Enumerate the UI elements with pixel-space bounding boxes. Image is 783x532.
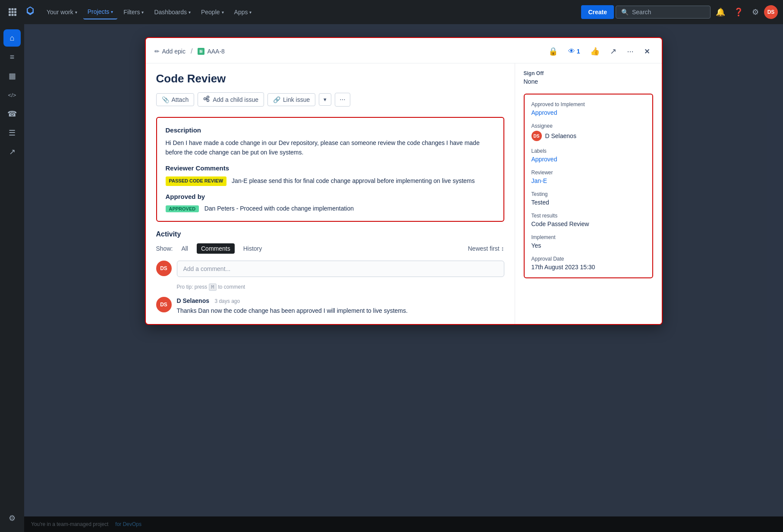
nav-dashboards[interactable]: Dashboards ▾ bbox=[150, 5, 195, 19]
left-panel: Code Review 📎 Attach bbox=[146, 63, 515, 324]
assignee-avatar: DS bbox=[531, 131, 542, 141]
nav-your-work[interactable]: Your work ▾ bbox=[42, 5, 82, 19]
nav-projects[interactable]: Projects ▾ bbox=[83, 5, 118, 19]
sidebar-page-icon[interactable]: ☰ bbox=[3, 124, 21, 142]
field-label-implement: Implement bbox=[531, 234, 645, 240]
toolbar-dropdown-button[interactable]: ▾ bbox=[319, 93, 331, 106]
pro-tip-text: Pro tip: press M to comment bbox=[177, 284, 504, 290]
approved-by-heading: Approved by bbox=[166, 193, 495, 200]
thumbs-up-icon: 👍 bbox=[590, 47, 600, 56]
grid-menu-icon[interactable] bbox=[5, 5, 20, 19]
issue-modal: ✏ Add epic / AAA-8 🔒 👁 bbox=[145, 37, 663, 325]
toolbar-more-button[interactable]: ··· bbox=[335, 93, 350, 107]
edit-icon: ✏ bbox=[154, 48, 160, 55]
field-reviewer: Reviewer Jan-E bbox=[531, 170, 645, 184]
user-avatar[interactable]: DS bbox=[764, 5, 778, 19]
lock-button[interactable]: 🔒 bbox=[545, 45, 561, 58]
sort-button[interactable]: Newest first ↕ bbox=[468, 245, 504, 252]
watch-button[interactable]: 👁 1 bbox=[565, 46, 584, 57]
notifications-icon[interactable]: 🔔 bbox=[712, 4, 729, 20]
svg-rect-4 bbox=[12, 11, 14, 13]
more-actions-button[interactable]: ··· bbox=[623, 45, 637, 58]
field-implement: Implement Yes bbox=[531, 234, 645, 249]
field-approval-date: Approval Date 17th August 2023 15:30 bbox=[531, 256, 645, 271]
svg-rect-2 bbox=[14, 8, 16, 10]
description-box: Description Hi Den I have made a code ch… bbox=[156, 117, 504, 222]
comment-content: D Selaenos 3 days ago Thanks Dan now the… bbox=[177, 297, 504, 315]
sidebar-home-icon[interactable]: ⌂ bbox=[3, 29, 21, 47]
issue-type-icon bbox=[198, 48, 204, 55]
app-logo[interactable] bbox=[22, 2, 39, 22]
breadcrumb-issue-id[interactable]: AAA-8 bbox=[198, 48, 224, 55]
description-heading: Description bbox=[166, 126, 495, 134]
activity-section: Activity Show: All Comments History Newe… bbox=[156, 230, 504, 315]
field-value-implement: Yes bbox=[531, 242, 645, 249]
add-child-issue-button[interactable]: Add a child issue bbox=[198, 92, 264, 107]
comment-text: Thanks Dan now the code change has been … bbox=[177, 306, 504, 315]
field-value-reviewer[interactable]: Jan-E bbox=[531, 177, 645, 184]
child-issue-icon bbox=[203, 95, 210, 104]
breadcrumb-add-epic[interactable]: ✏ Add epic bbox=[154, 48, 186, 55]
link-issue-button[interactable]: 🔗 Link issue bbox=[267, 93, 315, 106]
field-label-reviewer: Reviewer bbox=[531, 170, 645, 176]
help-icon[interactable]: ❓ bbox=[730, 4, 747, 20]
sidebar-board-icon[interactable]: ▦ bbox=[3, 67, 21, 85]
sidebar-code-icon[interactable]: </> bbox=[3, 86, 21, 104]
field-testing: Testing Tested bbox=[531, 191, 645, 206]
field-value-test-results: Code Passed Review bbox=[531, 220, 645, 227]
filter-comments-button[interactable]: Comments bbox=[197, 243, 235, 254]
settings-icon[interactable]: ⚙ bbox=[748, 4, 762, 20]
sidebar-settings-icon[interactable]: ⚙ bbox=[3, 510, 21, 527]
sidebar-filter-icon[interactable]: ≡ bbox=[3, 48, 21, 66]
passed-review-badge: PASSED CODE REVIEW bbox=[166, 176, 227, 186]
search-icon: 🔍 bbox=[621, 9, 629, 16]
search-bar[interactable]: 🔍 Search bbox=[616, 6, 711, 19]
left-sidebar: ⌂ ≡ ▦ </> ☎ ☰ ↗ ⚙ bbox=[0, 24, 24, 532]
share-button[interactable]: ↗ bbox=[607, 45, 620, 58]
approved-badge: APPROVED bbox=[166, 205, 199, 212]
nav-apps[interactable]: Apps ▾ bbox=[230, 5, 256, 19]
field-value-labels[interactable]: Approved bbox=[531, 156, 645, 163]
like-button[interactable]: 👍 bbox=[587, 45, 603, 58]
current-user-avatar: DS bbox=[156, 261, 172, 276]
field-test-results: Test results Code Passed Review bbox=[531, 213, 645, 227]
field-label-approved-implement: Approved to Implement bbox=[531, 101, 645, 107]
nav-filters[interactable]: Filters ▾ bbox=[119, 5, 148, 19]
activity-heading: Activity bbox=[156, 230, 504, 238]
sidebar-fields-box: Approved to Implement Approved Assignee … bbox=[524, 94, 653, 278]
show-label: Show: bbox=[156, 245, 173, 252]
field-label-testing: Testing bbox=[531, 191, 645, 197]
modal-overlay: ✏ Add epic / AAA-8 🔒 👁 bbox=[24, 24, 783, 532]
sign-off-label: Sign Off bbox=[524, 70, 653, 76]
issue-title: Code Review bbox=[156, 72, 504, 85]
add-comment-row: DS Add a comment... bbox=[156, 261, 504, 277]
field-value-approval-date: 17th August 2023 15:30 bbox=[531, 264, 645, 271]
attach-button[interactable]: 📎 Attach bbox=[156, 93, 195, 106]
pro-tip-key: M bbox=[209, 283, 217, 291]
sidebar-phone-icon[interactable]: ☎ bbox=[3, 105, 21, 123]
approved-by-text: APPROVED Dan Peters - Proceed with code … bbox=[166, 205, 495, 212]
eye-icon: 👁 bbox=[568, 47, 575, 55]
commenter-avatar: DS bbox=[156, 297, 172, 312]
activity-filter-row: Show: All Comments History Newest first … bbox=[156, 243, 504, 254]
sidebar-shortcut-icon[interactable]: ↗ bbox=[3, 143, 21, 161]
description-text: Hi Den I have made a code change in our … bbox=[166, 138, 495, 157]
reviewer-comments-heading: Reviewer Comments bbox=[166, 164, 495, 172]
field-label-approval-date: Approval Date bbox=[531, 256, 645, 262]
modal-header-actions: 🔒 👁 1 👍 ↗ ··· ✕ bbox=[545, 45, 653, 58]
field-value-approved-implement[interactable]: Approved bbox=[531, 109, 645, 116]
nav-people[interactable]: People ▾ bbox=[197, 5, 228, 19]
field-label-assignee: Assignee bbox=[531, 123, 645, 129]
field-approved-to-implement: Approved to Implement Approved bbox=[531, 101, 645, 116]
filter-all-button[interactable]: All bbox=[177, 243, 192, 254]
comment-input[interactable]: Add a comment... bbox=[177, 261, 504, 277]
field-value-assignee[interactable]: D Selaenos bbox=[545, 132, 576, 139]
ellipsis-icon: ··· bbox=[627, 47, 633, 56]
svg-rect-8 bbox=[14, 14, 16, 16]
svg-rect-3 bbox=[9, 11, 11, 13]
svg-rect-7 bbox=[12, 14, 14, 16]
create-button[interactable]: Create bbox=[581, 5, 614, 19]
field-assignee: Assignee DS D Selaenos bbox=[531, 123, 645, 141]
close-button[interactable]: ✕ bbox=[641, 46, 653, 57]
filter-history-button[interactable]: History bbox=[239, 243, 267, 254]
